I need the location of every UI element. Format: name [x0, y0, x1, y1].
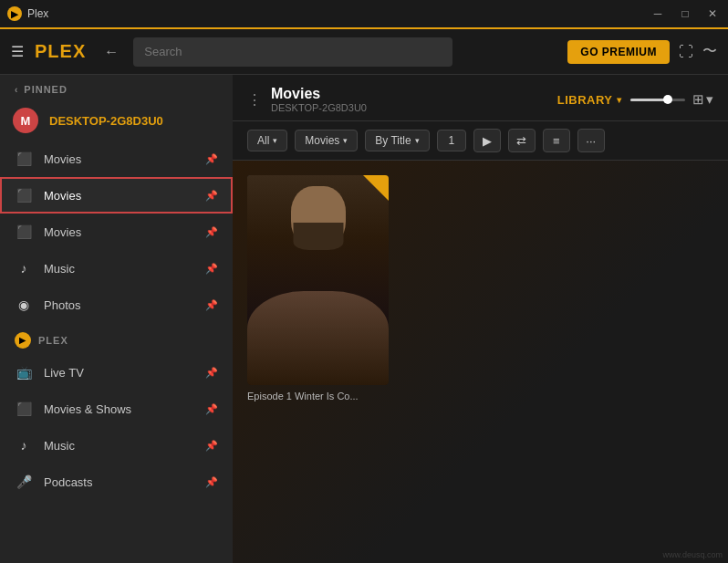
slider-thumb	[663, 95, 672, 104]
filter-movies-button[interactable]: Movies ▾	[295, 130, 358, 151]
pin-icon-7: 📌	[205, 403, 218, 415]
sidebar-item-label-livetv: Live TV	[44, 366, 194, 380]
library-button[interactable]: LIBRARY ▾	[557, 93, 621, 107]
pinned-chevron: ‹	[15, 85, 18, 95]
sidebar-item-livetv[interactable]: 📺 Live TV 📌	[0, 354, 233, 391]
sidebar-item-label-movies-2: Movies	[44, 189, 194, 203]
media-grid: Episode 1 Winter Is Co...	[233, 161, 728, 563]
sidebar-item-podcasts[interactable]: 🎤 Podcasts 📌	[0, 464, 233, 500]
sidebar-item-label-photos: Photos	[44, 298, 194, 312]
app-icon-text: ▶	[11, 9, 18, 19]
sidebar: ‹ PINNED M DESKTOP-2G8D3U0 ⬛ Movies 📌 ⬛ …	[0, 75, 233, 563]
filter-all-button[interactable]: All ▾	[247, 130, 287, 151]
minimize-button[interactable]: ─	[650, 7, 666, 20]
media-card[interactable]: Episode 1 Winter Is Co...	[247, 175, 389, 401]
livetv-icon: 📺	[15, 363, 33, 381]
navbar: ☰ PLEX ← GO PREMIUM ⛶ 〜	[0, 29, 728, 75]
pinned-section-header: ‹ PINNED	[0, 75, 233, 100]
sidebar-item-movies-3[interactable]: ⬛ Movies 📌	[0, 214, 233, 250]
pin-icon-2: 📌	[205, 190, 218, 202]
plex-circle-icon: ▶	[15, 332, 31, 349]
pin-icon-3: 📌	[205, 226, 218, 238]
sidebar-user-item[interactable]: M DESKTOP-2G8D3U0	[0, 100, 233, 141]
pin-icon-9: 📌	[205, 476, 218, 488]
grid-toggle-button[interactable]: ⊞ ▾	[692, 91, 713, 108]
library-subtitle: DESKTOP-2G8D3U0	[271, 102, 548, 113]
poster-beard	[293, 223, 343, 250]
plex-section-header: ▶ PLEX	[0, 323, 233, 354]
sidebar-item-photos[interactable]: ◉ Photos 📌	[0, 287, 233, 323]
slider-track	[630, 99, 685, 101]
movies-icon-2: ⬛	[15, 186, 33, 204]
poster-body	[247, 291, 389, 386]
nav-right: GO PREMIUM ⛶ 〜	[567, 40, 717, 64]
search-input[interactable]	[133, 37, 452, 67]
play-button[interactable]: ▶	[473, 129, 501, 152]
header-controls: ⊞ ▾	[630, 91, 713, 108]
close-button[interactable]: ✕	[704, 7, 721, 20]
sidebar-item-movies-shows[interactable]: ⬛ Movies & Shows 📌	[0, 391, 233, 427]
photos-icon: ◉	[15, 296, 33, 314]
pin-icon-6: 📌	[205, 367, 218, 379]
movies-icon-1: ⬛	[15, 150, 33, 168]
sidebar-item-label-music: Music	[44, 262, 194, 276]
library-title: Movies	[271, 86, 548, 102]
pin-icon-8: 📌	[205, 440, 218, 452]
sidebar-item-label-podcasts: Podcasts	[44, 475, 194, 489]
movies-shows-icon: ⬛	[15, 400, 33, 418]
filter-bar: All ▾ Movies ▾ By Title ▾ 1 ▶ ⇄	[233, 121, 728, 161]
poster-bg	[247, 175, 389, 385]
content-area: ‹ PINNED M DESKTOP-2G8D3U0 ⬛ Movies 📌 ⬛ …	[0, 75, 728, 563]
library-menu-icon[interactable]: ⋮	[247, 91, 262, 109]
hamburger-icon[interactable]: ☰	[11, 43, 24, 60]
podcasts-icon: 🎤	[15, 473, 33, 491]
sidebar-item-label-plex-music: Music	[44, 439, 194, 453]
plex-logo: PLEX	[35, 41, 86, 62]
pin-icon-5: 📌	[205, 299, 218, 311]
activity-icon[interactable]: 〜	[702, 42, 717, 61]
sidebar-item-plex-music[interactable]: ♪ Music 📌	[0, 427, 233, 464]
user-avatar: M	[13, 108, 38, 133]
library-title-block: Movies DESKTOP-2G8D3U0	[271, 86, 548, 113]
library-btn-label: LIBRARY	[557, 93, 613, 107]
titlebar-title: Plex	[27, 7, 650, 20]
filter-by-title-button[interactable]: By Title ▾	[365, 130, 429, 151]
library-chevron: ▾	[617, 95, 622, 105]
app-icon: ▶	[7, 6, 22, 21]
movies-icon-3: ⬛	[15, 223, 33, 241]
back-button[interactable]: ←	[100, 44, 122, 60]
shuffle-button[interactable]: ⇄	[508, 129, 536, 152]
plex-section-label: PLEX	[38, 335, 68, 346]
library-header: ⋮ Movies DESKTOP-2G8D3U0 LIBRARY ▾	[233, 75, 728, 121]
maximize-button[interactable]: □	[677, 7, 693, 20]
advanced-filter-button[interactable]: ≡	[543, 129, 570, 152]
pin-icon-1: 📌	[205, 153, 218, 165]
slider-fill	[630, 99, 666, 101]
zoom-slider[interactable]	[630, 99, 685, 101]
more-options-button[interactable]: ···	[577, 129, 605, 152]
pin-icon-4: 📌	[205, 263, 218, 275]
app-container: ☰ PLEX ← GO PREMIUM ⛶ 〜 ‹ PINNED M DESKT…	[0, 29, 728, 563]
user-label: DESKTOP-2G8D3U0	[49, 114, 163, 128]
filter-number: 1	[437, 130, 466, 151]
main-panel: ⋮ Movies DESKTOP-2G8D3U0 LIBRARY ▾	[233, 75, 728, 563]
media-title: Episode 1 Winter Is Co...	[247, 391, 389, 401]
pinned-label: PINNED	[24, 84, 68, 95]
sidebar-item-label-movies-shows: Movies & Shows	[44, 402, 194, 416]
window-controls: ─ □ ✕	[650, 7, 721, 20]
plex-music-icon: ♪	[15, 436, 33, 454]
sidebar-item-movies-1[interactable]: ⬛ Movies 📌	[0, 141, 233, 177]
go-premium-button[interactable]: GO PREMIUM	[567, 40, 670, 64]
fullscreen-icon[interactable]: ⛶	[679, 44, 693, 60]
corner-badge	[363, 175, 389, 201]
sidebar-item-label-movies-1: Movies	[44, 152, 194, 166]
sidebar-item-label-movies-3: Movies	[44, 225, 194, 239]
poster-head	[291, 186, 346, 250]
sidebar-item-movies-2[interactable]: ⬛ Movies 📌	[0, 177, 233, 214]
titlebar: ▶ Plex ─ □ ✕	[0, 0, 728, 29]
sidebar-item-music[interactable]: ♪ Music 📌	[0, 250, 233, 287]
media-thumbnail	[247, 175, 389, 385]
music-icon: ♪	[15, 259, 33, 277]
